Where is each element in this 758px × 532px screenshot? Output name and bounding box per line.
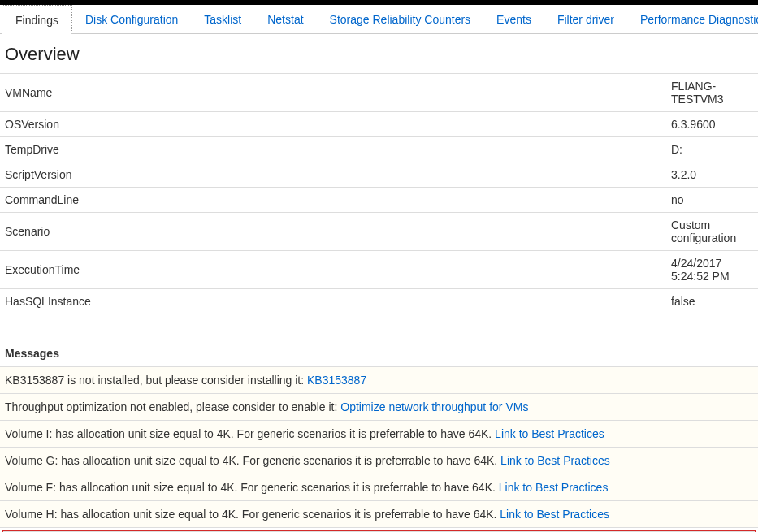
overview-key: VMName — [0, 74, 666, 112]
overview-key: ExecutionTime — [0, 251, 666, 289]
overview-value: 4/24/2017 5:24:52 PM — [666, 251, 758, 289]
table-row: ScriptVersion3.2.0 — [0, 162, 758, 188]
overview-key: ScriptVersion — [0, 162, 666, 188]
tab-findings[interactable]: Findings — [2, 5, 72, 34]
message-row: Volume I: has allocation unit size equal… — [0, 421, 758, 448]
message-link[interactable]: KB3153887 — [307, 374, 366, 387]
overview-key: CommandLine — [0, 188, 666, 213]
message-link[interactable]: Link to Best Practices — [500, 508, 609, 521]
overview-value: 3.2.0 — [666, 162, 758, 188]
tab-performance-diagnostics[interactable]: Performance Diagnostics — [627, 5, 758, 33]
table-row: CommandLineno — [0, 188, 758, 213]
message-cell: Volume I: has allocation unit size equal… — [0, 421, 758, 448]
messages-heading: Messages — [0, 314, 758, 366]
table-row: OSVersion6.3.9600 — [0, 112, 758, 137]
message-text: Volume F: has allocation unit size equal… — [5, 481, 499, 494]
overview-value: 6.3.9600 — [666, 112, 758, 137]
message-text: Throughput optimization not enabled, ple… — [5, 400, 340, 413]
overview-value: Custom configuration — [666, 213, 758, 251]
message-cell: Volume G: has allocation unit size equal… — [0, 448, 758, 474]
tab-events[interactable]: Events — [483, 5, 544, 33]
message-link[interactable]: Link to Best Practices — [495, 427, 604, 440]
message-text: KB3153887 is not installed, but please c… — [5, 374, 307, 387]
overview-key: TempDrive — [0, 137, 666, 162]
message-cell: KB3153887 is not installed, but please c… — [0, 367, 758, 394]
message-text: Volume H: has allocation unit size equal… — [5, 508, 500, 521]
message-link[interactable]: Link to Best Practices — [499, 481, 609, 494]
tab-bar: FindingsDisk ConfigurationTasklistNetsta… — [0, 5, 758, 34]
overview-key: OSVersion — [0, 112, 666, 137]
message-link[interactable]: Link to Best Practices — [500, 454, 610, 467]
table-row: ExecutionTime4/24/2017 5:24:52 PM — [0, 251, 758, 289]
table-row: TempDriveD: — [0, 137, 758, 162]
message-cell: Throughput optimization not enabled, ple… — [0, 394, 758, 421]
message-row: Throughput optimization not enabled, ple… — [0, 394, 758, 421]
message-row: Volume G: has allocation unit size equal… — [0, 448, 758, 474]
overview-heading: Overview — [0, 34, 758, 73]
overview-table: VMNameFLIANG-TESTVM3OSVersion6.3.9600Tem… — [0, 73, 758, 314]
tab-netstat[interactable]: Netstat — [254, 5, 316, 33]
tab-storage-reliability-counters[interactable]: Storage Reliability Counters — [317, 5, 484, 33]
tab-tasklist[interactable]: Tasklist — [191, 5, 254, 33]
message-text: Volume G: has allocation unit size equal… — [5, 454, 500, 467]
overview-value: FLIANG-TESTVM3 — [666, 74, 758, 112]
message-cell: Volume F: has allocation unit size equal… — [0, 474, 758, 501]
tab-disk-configuration[interactable]: Disk Configuration — [72, 5, 191, 33]
table-row: ScenarioCustom configuration — [0, 213, 758, 251]
overview-key: HasSQLInstance — [0, 289, 666, 314]
message-row: KB3153887 is not installed, but please c… — [0, 367, 758, 394]
table-row: VMNameFLIANG-TESTVM3 — [0, 74, 758, 112]
message-link[interactable]: Optimize network throughput for VMs — [340, 400, 528, 413]
table-row: HasSQLInstancefalse — [0, 289, 758, 314]
overview-value: D: — [666, 137, 758, 162]
message-row: Volume F: has allocation unit size equal… — [0, 474, 758, 501]
tab-filter-driver[interactable]: Filter driver — [544, 5, 627, 33]
overview-value: no — [666, 188, 758, 213]
messages-table: KB3153887 is not installed, but please c… — [0, 366, 758, 528]
message-text: Volume I: has allocation unit size equal… — [5, 427, 495, 440]
overview-key: Scenario — [0, 213, 666, 251]
message-row: Volume H: has allocation unit size equal… — [0, 501, 758, 528]
overview-value: false — [666, 289, 758, 314]
message-cell: Volume H: has allocation unit size equal… — [0, 501, 758, 528]
